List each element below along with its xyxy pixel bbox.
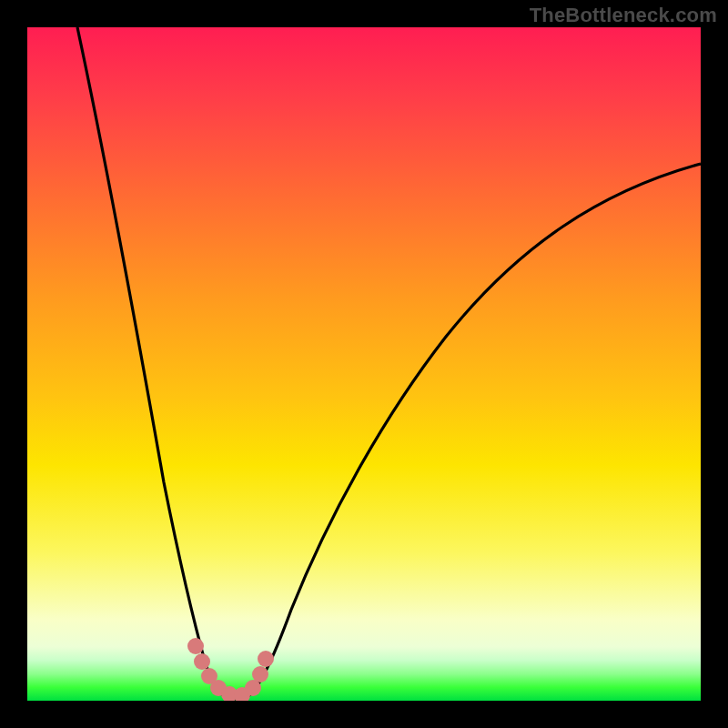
svg-point-0 — [187, 638, 204, 654]
bottleneck-curve-right — [244, 164, 701, 699]
bottleneck-curve-left — [77, 27, 229, 699]
curve-overlay — [27, 27, 701, 701]
plot-area — [27, 27, 701, 701]
watermark-text: TheBottleneck.com — [530, 4, 717, 27]
svg-point-8 — [258, 651, 274, 667]
highlight-markers — [187, 638, 274, 701]
chart-frame: TheBottleneck.com — [0, 0, 728, 728]
svg-point-7 — [252, 666, 268, 682]
svg-point-1 — [194, 653, 210, 670]
